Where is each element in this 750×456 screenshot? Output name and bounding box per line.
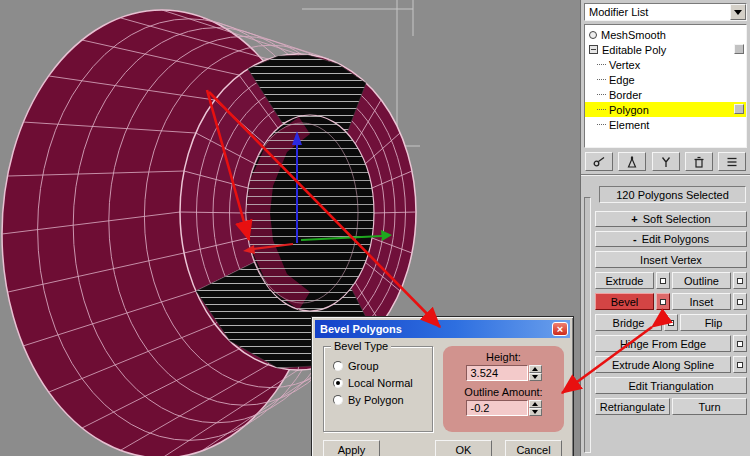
extrude-along-spline-settings-button[interactable] [733,356,747,373]
bridge-button[interactable]: Bridge [595,314,662,331]
extrude-button[interactable]: Extrude [595,272,654,289]
stack-item-border[interactable]: Border [585,87,746,102]
outline-button[interactable]: Outline [672,272,731,289]
rollout-state-icon: - [633,233,637,245]
stack-item-label: Border [609,89,642,101]
radio-local-normal[interactable]: Local Normal [333,377,432,389]
rollout-soft-selection[interactable]: + Soft Selection [595,211,747,227]
radio-selected-icon [333,378,343,388]
close-icon[interactable]: × [552,322,568,336]
turn-button[interactable]: Turn [672,398,747,415]
spinner-down-icon[interactable] [529,373,542,381]
height-spinner [529,365,542,381]
tree-branch-icon [597,64,606,65]
configure-modifier-sets-icon[interactable] [718,152,746,171]
radio-group[interactable]: Group [333,360,432,372]
rollout-state-icon: + [631,213,637,225]
remove-modifier-icon[interactable] [685,152,713,171]
outline-amount-spinner [529,400,542,416]
modifier-bulb-icon[interactable] [589,31,597,39]
stack-toolbar [585,152,746,171]
inset-button[interactable]: Inset [672,293,731,310]
3dsmax-window: Modifier List MeshSmooth Editable Poly V… [0,0,750,456]
bevel-button[interactable]: Bevel [595,293,654,310]
stack-item-label: Vertex [609,59,640,71]
dialog-title: Bevel Polygons [320,323,402,335]
rollout-edit-polygons[interactable]: - Edit Polygons [595,231,747,247]
edit-triangulation-button[interactable]: Edit Triangulation [595,377,747,394]
flip-button[interactable]: Flip [680,314,747,331]
stack-item-element[interactable]: Element [585,117,746,132]
make-unique-icon[interactable] [652,152,680,171]
panel-scroll-gutter[interactable] [584,197,591,453]
bevel-type-group: Bevel Type Group Local Normal By Polygon [323,346,433,432]
bevel-polygons-dialog: Bevel Polygons × Bevel Type Group Local … [311,316,574,456]
height-input[interactable]: 3.524 [466,365,528,381]
radio-icon [333,395,343,405]
bridge-settings-button[interactable] [664,314,678,331]
stack-item-label: Edge [609,74,635,86]
height-label: Height: [486,351,521,363]
spinner-up-icon[interactable] [529,400,542,408]
rollout-label: Edit Polygons [642,233,709,245]
stack-item-editable-poly[interactable]: Editable Poly [585,42,746,57]
command-panel: Modifier List MeshSmooth Editable Poly V… [580,0,750,456]
retriangulate-button[interactable]: Retriangulate [595,398,670,415]
stack-item-label: Editable Poly [602,44,666,56]
show-end-result-icon[interactable] [618,152,646,171]
modifier-list-dropdown[interactable]: Modifier List [584,3,747,21]
hinge-from-edge-button[interactable]: Hinge From Edge [595,335,731,352]
bevel-values-highlight: Height: 3.524 Outline Amount: -0.2 [443,346,564,432]
panel-divider [581,174,750,176]
stack-item-meshsmooth[interactable]: MeshSmooth [585,27,746,42]
modifier-stack: MeshSmooth Editable Poly Vertex Edge Bor… [584,24,747,148]
cancel-button[interactable]: Cancel [505,440,562,456]
stack-item-label: Element [609,119,649,131]
outline-settings-button[interactable] [733,272,747,289]
selection-status: 120 Polygons Selected [599,186,746,203]
stack-item-polygon[interactable]: Polygon [585,102,746,117]
stack-item-label: Polygon [609,104,649,116]
stack-item-edge[interactable]: Edge [585,72,746,87]
radio-by-polygon[interactable]: By Polygon [333,394,432,406]
pin-stack-icon[interactable] [585,152,613,171]
tree-branch-icon [597,94,606,95]
outline-amount-input[interactable]: -0.2 [466,400,528,416]
hinge-from-edge-settings-button[interactable] [733,335,747,352]
stack-item-label: MeshSmooth [601,29,666,41]
spinner-down-icon[interactable] [529,408,542,416]
stack-item-vertex[interactable]: Vertex [585,57,746,72]
stack-item-box-icon [734,104,744,114]
ok-button[interactable]: OK [435,440,492,456]
extrude-settings-button[interactable] [656,272,670,289]
tree-branch-icon [597,79,606,80]
rollout-label: Soft Selection [643,213,711,225]
chevron-down-icon[interactable] [730,4,746,20]
bevel-settings-button[interactable] [656,293,670,310]
radio-label: Local Normal [348,377,413,389]
editable-poly-icon [589,45,598,54]
hole-wireframe [246,115,374,311]
apply-button[interactable]: Apply [323,440,380,456]
extrude-along-spline-button[interactable]: Extrude Along Spline [595,356,731,373]
radio-label: By Polygon [348,394,404,406]
stack-item-box-icon [734,44,744,54]
spinner-up-icon[interactable] [529,365,542,373]
outline-amount-label: Outline Amount: [464,386,542,398]
radio-label: Group [348,360,379,372]
inset-settings-button[interactable] [733,293,747,310]
dialog-titlebar[interactable]: Bevel Polygons × [315,320,570,338]
bevel-type-label: Bevel Type [331,340,391,352]
tree-branch-icon [597,124,606,125]
radio-icon [333,361,343,371]
modifier-list-label: Modifier List [585,6,730,18]
insert-vertex-button[interactable]: Insert Vertex [595,251,747,268]
tree-branch-icon [597,109,606,110]
